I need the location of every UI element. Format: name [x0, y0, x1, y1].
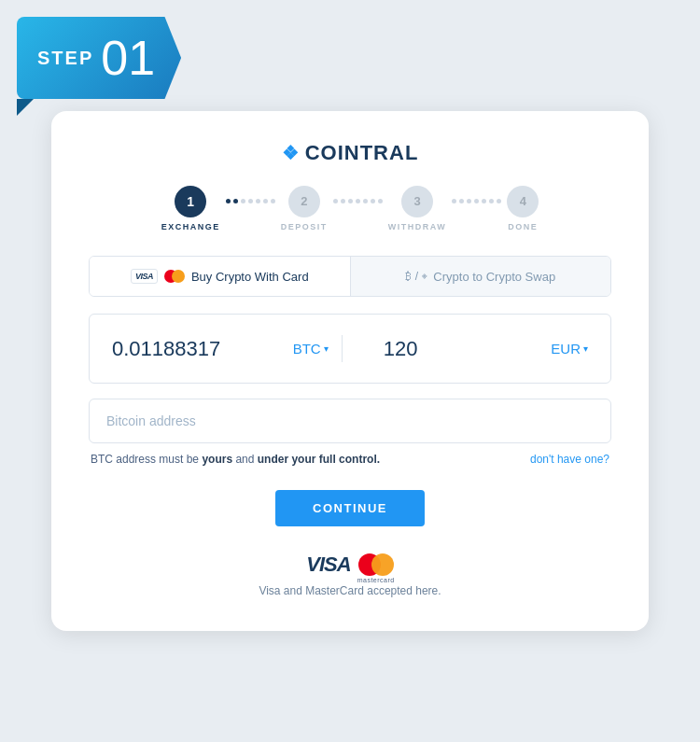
dot [371, 199, 375, 203]
step-label-1: EXCHANGE [161, 222, 220, 231]
btc-eth-icon: ₿ / ◈ [405, 270, 427, 283]
visa-logo: VISA [306, 553, 350, 577]
mc-right-circle [172, 270, 185, 283]
step-badge-inner: STEP 01 [17, 17, 181, 99]
dot [363, 199, 368, 203]
step-circle-2: 2 [288, 186, 320, 217]
dot [489, 199, 494, 203]
mastercard-logo: mastercard [358, 553, 394, 576]
dot [482, 199, 486, 203]
step-badge-fold [17, 99, 34, 116]
exchange-amount-from: 0.01188317 [112, 337, 280, 361]
step-item-4: 4 DONE [507, 186, 539, 231]
address-box [89, 399, 611, 443]
dot [341, 199, 345, 203]
step-label-4: DONE [508, 222, 538, 231]
tab-crypto-swap[interactable]: ₿ / ◈ Crypto to Crypto Swap [351, 257, 611, 297]
mc-inline-icon [164, 270, 185, 283]
dot [459, 199, 464, 203]
address-note: BTC address must be yours and under your… [89, 453, 611, 466]
address-note-bold: under your full control. [258, 453, 380, 466]
tab-swap-label: Crypto to Crypto Swap [433, 270, 555, 284]
bitcoin-address-input[interactable] [106, 413, 594, 428]
dots-1-2 [226, 199, 275, 218]
logo-area: ❖ COINTRAL [89, 141, 611, 165]
step-item-3: 3 WITHDRAW [388, 186, 447, 231]
dot [333, 199, 338, 203]
step-badge: STEP 01 [17, 17, 181, 99]
exchange-amount-to: 120 [365, 337, 552, 361]
dot [241, 199, 245, 203]
chevron-down-icon-2: ▾ [583, 343, 588, 354]
payment-logos: VISA mastercard Visa and MasterCard acce… [89, 553, 611, 597]
dots-2-3 [333, 199, 383, 218]
step-word: STEP [37, 48, 93, 69]
visa-inline-icon: VISA [131, 269, 158, 285]
continue-btn-area: CONTINUE [89, 490, 611, 526]
dont-have-link[interactable]: don't have one? [530, 453, 609, 466]
dot [263, 199, 268, 203]
dot [452, 199, 456, 203]
dot [467, 199, 471, 203]
chevron-down-icon: ▾ [324, 343, 329, 354]
payment-accepted-text: Visa and MasterCard accepted here. [259, 584, 441, 597]
continue-button[interactable]: CONTINUE [275, 490, 425, 526]
step-circle-1: 1 [175, 186, 206, 217]
mastercard-label: mastercard [357, 577, 395, 583]
dot [497, 199, 501, 203]
dot [474, 199, 479, 203]
logo: ❖ COINTRAL [89, 141, 611, 165]
dot [248, 199, 253, 203]
currency-to-label: EUR [551, 341, 581, 357]
step-number: 01 [101, 34, 155, 82]
dots-3-4 [452, 199, 501, 218]
address-note-yours: yours [202, 453, 232, 466]
dot [378, 199, 383, 203]
exchange-box: 0.01188317 BTC ▾ 120 EUR ▾ [89, 314, 611, 384]
dot [256, 199, 260, 203]
step-item-2: 2 DEPOSIT [281, 186, 328, 231]
dot [356, 199, 360, 203]
currency-from-label: BTC [293, 341, 321, 357]
main-card: ❖ COINTRAL 1 EXCHANGE 2 [51, 111, 649, 632]
step-label-3: WITHDRAW [388, 222, 447, 231]
currency-from-selector[interactable]: BTC ▾ [280, 335, 343, 362]
tab-buy-crypto[interactable]: VISA Buy Crypto With Card [90, 257, 350, 297]
tabs-row: VISA Buy Crypto With Card ₿ / ◈ Crypto t… [89, 256, 611, 298]
dot [226, 199, 231, 203]
dot [271, 199, 275, 203]
dot [233, 199, 238, 203]
step-circle-4: 4 [507, 186, 539, 217]
step-item-1: 1 EXCHANGE [161, 186, 220, 231]
logo-text: COINTRAL [305, 141, 419, 165]
address-note-before: BTC address must be [91, 453, 202, 466]
payment-icons-row: VISA mastercard [306, 553, 393, 577]
currency-to-selector[interactable]: EUR ▾ [551, 341, 588, 357]
logo-icon: ❖ [282, 142, 300, 164]
address-note-middle: and [232, 453, 258, 466]
steps-row: 1 EXCHANGE 2 DEPOSIT [89, 186, 611, 231]
tab-buy-label: Buy Crypto With Card [191, 270, 309, 284]
outer-container: STEP 01 ❖ COINTRAL 1 EXCHANGE [0, 0, 700, 742]
step-circle-3: 3 [401, 186, 433, 217]
dot [348, 199, 353, 203]
step-label-2: DEPOSIT [281, 222, 328, 231]
mastercard-right-circle [371, 553, 394, 576]
